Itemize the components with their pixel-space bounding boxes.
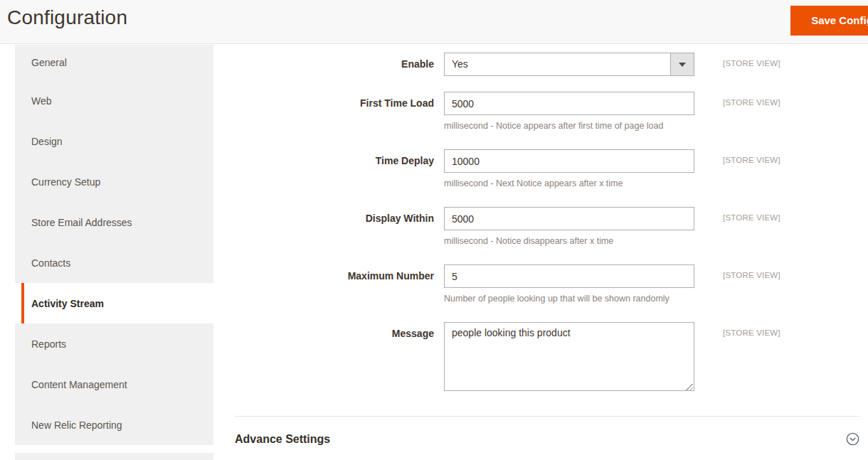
save-config-button[interactable]: Save Config <box>790 6 868 36</box>
sidebar-item-label: Web <box>31 95 52 107</box>
field-row-message: Message people looking this product [STO… <box>235 322 859 394</box>
maximum-number-input[interactable] <box>444 264 694 288</box>
field-row-maximum-number: Maximum Number Number of people looking … <box>235 264 859 306</box>
field-row-first-time-load: First Time Load millisecond - Notice app… <box>235 92 859 133</box>
sidebar-item-web[interactable]: Web <box>15 80 213 121</box>
maximum-number-label: Maximum Number <box>235 264 434 282</box>
advance-settings-title: Advance Settings <box>235 433 330 446</box>
page-header: Configuration Save Config <box>0 0 868 44</box>
first-time-load-label: First Time Load <box>235 92 434 109</box>
config-sidebar: General Web Design Currency Setup Store … <box>15 45 213 445</box>
time-deplay-note: millisecond - Next Notice appears after … <box>444 177 694 191</box>
field-row-enable: Enable Yes [STORE VIEW] <box>235 53 859 76</box>
activity-stream-settings-form: Enable Yes [STORE VIEW] First Time Load … <box>213 45 868 460</box>
chevron-down-circle-icon[interactable] <box>846 432 859 446</box>
field-row-display-within: Display Within millisecond - Notice disa… <box>235 207 859 248</box>
sidebar-item-label: Design <box>31 136 63 147</box>
maximum-number-note: Number of people looking up that will be… <box>444 292 694 306</box>
sidebar-item-label: Activity Stream <box>31 298 104 309</box>
sidebar-item-activity-stream[interactable]: Activity Stream <box>15 283 213 323</box>
sidebar-item-label: Store Email Addresses <box>31 217 132 228</box>
sidebar-item-label: Currency Setup <box>31 176 100 188</box>
sidebar-item-store-email-addresses[interactable]: Store Email Addresses <box>15 202 213 242</box>
sidebar-item-new-relic-reporting[interactable]: New Relic Reporting <box>15 405 213 445</box>
message-label: Message <box>235 322 434 339</box>
sidebar-item-label: Contacts <box>31 257 70 269</box>
sidebar-item-currency-setup[interactable]: Currency Setup <box>15 161 213 202</box>
sidebar-item-general[interactable]: General <box>15 45 213 80</box>
sidebar-item-content-management[interactable]: Content Management <box>15 364 213 405</box>
scope-badge: [STORE VIEW] <box>723 264 780 279</box>
sidebar-item-label: Content Management <box>31 379 127 390</box>
sidebar-item-reports[interactable]: Reports <box>15 323 213 364</box>
scope-badge: [STORE VIEW] <box>723 149 780 164</box>
message-textarea[interactable]: people looking this product <box>444 322 694 391</box>
section-divider <box>235 416 859 417</box>
display-within-label: Display Within <box>235 207 434 224</box>
enable-select[interactable]: Yes <box>444 53 694 76</box>
sidebar-item-contacts[interactable]: Contacts <box>15 242 213 283</box>
page-title: Configuration <box>7 6 127 29</box>
display-within-input[interactable] <box>444 207 694 230</box>
display-within-note: millisecond - Notice disappears after x … <box>444 235 694 248</box>
scope-badge: [STORE VIEW] <box>723 322 780 337</box>
sidebar-item-label: Reports <box>31 338 66 350</box>
resize-grip-icon[interactable] <box>686 384 693 391</box>
scope-badge: [STORE VIEW] <box>723 92 780 107</box>
enable-label: Enable <box>235 53 434 70</box>
first-time-load-input[interactable] <box>444 92 694 115</box>
first-time-load-note: millisecond - Notice appears after first… <box>444 119 694 133</box>
sidebar-item-label: General <box>31 57 67 68</box>
advance-settings-section-header[interactable]: Advance Settings <box>235 432 859 446</box>
scope-badge: [STORE VIEW] <box>723 207 780 222</box>
enable-select-value: Yes <box>452 58 468 70</box>
scope-badge: [STORE VIEW] <box>723 53 780 68</box>
caret-down-icon[interactable] <box>670 53 694 75</box>
time-deplay-input[interactable] <box>444 149 694 173</box>
sidebar-item-design[interactable]: Design <box>15 121 213 161</box>
sidebar-next-section-edge <box>15 453 213 460</box>
time-deplay-label: Time Deplay <box>235 149 434 166</box>
sidebar-item-label: New Relic Reporting <box>31 419 122 431</box>
field-row-time-deplay: Time Deplay millisecond - Next Notice ap… <box>235 149 859 191</box>
